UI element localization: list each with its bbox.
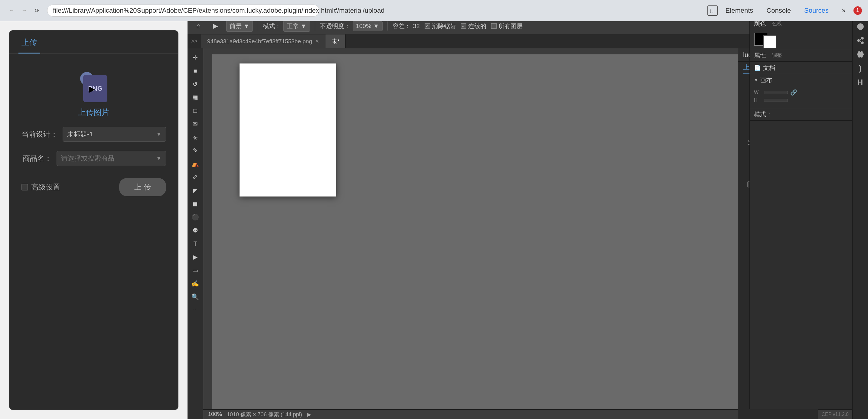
upload-button-left[interactable]: 上 传 xyxy=(119,178,166,196)
ps-antialias-label: 消除锯齿 xyxy=(432,22,456,30)
tab-upload-left[interactable]: 上传 xyxy=(19,31,40,54)
ps-pen-tool[interactable]: ⚉ xyxy=(189,224,202,236)
ps-foreground-chevron-icon: ▼ xyxy=(244,23,249,30)
ps-canvas-props: W 🔗 H xyxy=(750,86,852,108)
ps-left-tools: ✛ ■ ↺ ▦ □ ✉ ⚹ ✎ ⛺ ✐ ◤ ◼ ⚫ ⚉ xyxy=(187,49,203,419)
ps-plugin-icon[interactable] xyxy=(855,49,867,61)
ps-background-swatch[interactable] xyxy=(763,35,776,49)
ps-shape-tool[interactable]: ▭ xyxy=(189,264,202,276)
ps-canvas-w-value[interactable] xyxy=(764,91,788,94)
ps-mode-label: 模式： xyxy=(263,22,281,30)
ps-move-tool[interactable]: ✛ xyxy=(189,52,202,63)
ps-history-icon[interactable] xyxy=(855,21,867,33)
ps-separator-1 xyxy=(258,22,258,31)
url-text: file:///Library/Application%20Support/Ad… xyxy=(53,7,385,14)
browser-nav-buttons: ← → ⟳ xyxy=(6,5,42,16)
ps-canvas-tab: 画布 xyxy=(760,76,772,84)
ps-brush-tool[interactable]: ✎ xyxy=(189,144,202,157)
ps-all-layers-label: 所有图层 xyxy=(498,22,523,30)
ps-contiguous-checkbox[interactable] xyxy=(461,23,466,29)
ps-eyedropper-tool[interactable]: ✉ xyxy=(189,118,202,130)
ps-tools-more-icon[interactable]: ⋯ xyxy=(193,306,198,312)
ps-separator-2 xyxy=(315,22,315,31)
ps-gradient-tool[interactable]: ◼ xyxy=(189,198,202,210)
ps-all-layers-checkbox[interactable] xyxy=(491,23,497,29)
ps-mode-value: 正常 xyxy=(287,22,299,30)
current-design-select[interactable]: 未标题-1 ▼ xyxy=(63,127,166,142)
ps-ruler-top xyxy=(212,49,738,55)
ps-canvas-h-label: H xyxy=(754,98,761,103)
ps-canvas-panel: ▼ 画布 W 🔗 H xyxy=(750,74,852,108)
ps-type-tool[interactable]: T xyxy=(189,237,202,250)
ps-document-panel: 📄 文档 xyxy=(750,62,852,74)
svg-line-3 xyxy=(859,41,861,42)
png-icon-bg: PNG xyxy=(83,75,107,102)
ps-canvas-header[interactable]: ▼ 画布 xyxy=(750,74,852,86)
product-select[interactable]: 请选择或搜索商品 ▼ xyxy=(57,151,166,166)
ps-foreground-select[interactable]: 前景 ▼ xyxy=(226,21,253,32)
ps-document-header[interactable]: 📄 文档 xyxy=(750,62,852,74)
devtools-icon[interactable]: ⬚ xyxy=(707,5,718,16)
upload-icon-text[interactable]: 上传图片 xyxy=(78,107,110,118)
ps-share-icon[interactable] xyxy=(855,34,867,46)
ps-properties-header[interactable]: 属性 调整 xyxy=(750,49,852,61)
ps-tab-1[interactable]: 948e331a9d3c49e4bf7eff3ff71553be.png ✕ xyxy=(201,34,326,48)
reload-button[interactable]: ⟳ xyxy=(31,5,42,16)
ps-mode-group: 模式： 正常 ▼ xyxy=(263,21,310,32)
ps-tab-2[interactable]: 未* xyxy=(326,34,346,48)
ps-zoom-percent: 100% xyxy=(208,411,222,418)
console-button[interactable]: Console xyxy=(761,5,796,16)
svg-point-0 xyxy=(861,37,864,39)
back-button[interactable]: ← xyxy=(6,5,17,16)
ps-canvas-area: 100% 1010 像素 × 706 像素 (144 ppi) ▶ xyxy=(203,49,738,419)
ps-tab-1-label: 948e331a9d3c49e4bf7eff3ff71553be.png xyxy=(207,38,312,45)
ps-mode-panel: 模式： xyxy=(750,108,852,121)
ps-opacity-label: 不透明度： xyxy=(320,22,350,30)
ps-mode-select[interactable]: 正常 ▼ xyxy=(283,21,310,32)
more-tools-button[interactable]: » xyxy=(837,5,851,16)
ps-tab-expand-icon[interactable]: >> xyxy=(187,38,201,44)
ps-lasso-tool[interactable]: ↺ xyxy=(189,78,202,90)
ps-history-brush-tool[interactable]: ✐ xyxy=(189,171,202,183)
ps-antialias-checkbox[interactable] xyxy=(425,23,430,29)
ps-dodge-tool[interactable]: ⚫ xyxy=(189,211,202,223)
error-badge: 1 xyxy=(854,6,862,15)
upload-icon-area[interactable]: PNG ▶ 上传图片 xyxy=(78,72,110,118)
ps-object-select-tool[interactable]: ▦ xyxy=(189,91,202,103)
ps-home-icon[interactable]: ⌂ xyxy=(192,20,205,32)
ps-path-select-tool[interactable]: ▶ xyxy=(189,251,202,263)
ps-contiguous-label: 连续的 xyxy=(468,22,486,30)
ps-tab-1-close-icon[interactable]: ✕ xyxy=(315,38,319,44)
ps-stamp-tool[interactable]: ⛺ xyxy=(189,158,202,170)
ps-crop-tool[interactable]: □ xyxy=(189,105,202,117)
ps-contiguous-item: 连续的 xyxy=(461,22,486,30)
ps-swatch-tab[interactable]: 色板 xyxy=(772,21,782,27)
forward-button[interactable]: → xyxy=(19,5,30,16)
address-bar[interactable]: file:///Library/Application%20Support/Ad… xyxy=(47,4,319,17)
ps-hand-tool[interactable]: ✍ xyxy=(189,278,202,290)
ps-eraser-tool[interactable]: ◤ xyxy=(189,185,202,196)
ps-opacity-select[interactable]: 100% ▼ xyxy=(353,21,382,31)
ps-antialias-item: 消除锯齿 xyxy=(425,22,456,30)
current-design-chevron-icon: ▼ xyxy=(156,131,161,137)
sources-button[interactable]: Sources xyxy=(799,5,834,16)
ps-color-content xyxy=(750,30,852,49)
browser-chrome: ← → ⟳ file:///Library/Application%20Supp… xyxy=(0,0,868,21)
ps-tool-selector-icon[interactable]: ▶ xyxy=(209,20,221,32)
ps-mode-label-right: 模式： xyxy=(754,110,772,119)
current-design-label: 当前设计： xyxy=(22,129,58,139)
cursor-icon: ▶ xyxy=(89,84,95,94)
elements-button[interactable]: Elements xyxy=(720,5,759,16)
ps-h-icon[interactable]: H xyxy=(855,76,867,88)
ps-zoom-tool[interactable]: 🔍 xyxy=(189,291,202,303)
ps-expand-icon[interactable]: ▶ xyxy=(307,411,311,418)
browser-content: 上传 PNG ▶ 上传图片 当前设计： 未标题-1 ▼ xyxy=(0,21,187,419)
ps-marquee-tool[interactable]: ■ xyxy=(189,65,202,77)
ps-code-icon[interactable]: ) xyxy=(855,62,867,74)
ps-healing-tool[interactable]: ⚹ xyxy=(189,131,202,143)
product-chevron-icon: ▼ xyxy=(156,155,161,162)
ps-canvas-h-value[interactable] xyxy=(764,99,788,102)
ps-adjust-tab[interactable]: 调整 xyxy=(772,52,782,59)
ps-dimensions: 1010 像素 × 706 像素 (144 ppi) xyxy=(227,411,302,418)
advanced-settings-checkbox[interactable] xyxy=(22,184,28,190)
